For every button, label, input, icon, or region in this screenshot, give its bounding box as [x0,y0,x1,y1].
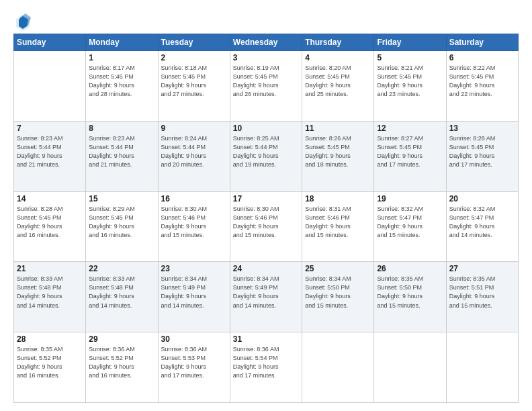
calendar-header-monday: Monday [86,34,158,51]
day-number: 21 [17,264,83,273]
calendar-cell: 25Sunrise: 8:34 AMSunset: 5:50 PMDayligh… [302,262,374,332]
day-info: Sunrise: 8:24 AMSunset: 5:44 PMDaylight:… [161,134,227,169]
day-info: Sunrise: 8:21 AMSunset: 5:45 PMDaylight:… [377,64,443,99]
day-info: Sunrise: 8:20 AMSunset: 5:45 PMDaylight:… [305,64,371,99]
calendar-cell: 5Sunrise: 8:21 AMSunset: 5:45 PMDaylight… [374,51,446,122]
day-info: Sunrise: 8:19 AMSunset: 5:45 PMDaylight:… [233,64,299,99]
calendar-table: SundayMondayTuesdayWednesdayThursdayFrid… [13,34,519,403]
calendar-cell: 16Sunrise: 8:30 AMSunset: 5:46 PMDayligh… [158,191,230,262]
day-info: Sunrise: 8:23 AMSunset: 5:44 PMDaylight:… [17,134,83,169]
calendar-cell [302,332,374,403]
calendar-cell: 24Sunrise: 8:34 AMSunset: 5:49 PMDayligh… [230,262,302,332]
day-info: Sunrise: 8:34 AMSunset: 5:49 PMDaylight:… [161,275,227,310]
calendar-cell: 3Sunrise: 8:19 AMSunset: 5:45 PMDaylight… [230,51,302,122]
day-number: 28 [17,334,83,344]
day-info: Sunrise: 8:23 AMSunset: 5:44 PMDaylight:… [89,134,154,169]
calendar-cell: 26Sunrise: 8:35 AMSunset: 5:50 PMDayligh… [374,262,446,332]
calendar-cell: 19Sunrise: 8:32 AMSunset: 5:47 PMDayligh… [374,191,446,262]
day-number: 5 [377,53,443,62]
day-number: 29 [89,334,154,344]
calendar-week-row: 14Sunrise: 8:28 AMSunset: 5:45 PMDayligh… [14,191,519,262]
day-number: 14 [17,194,83,203]
page: SundayMondayTuesdayWednesdayThursdayFrid… [0,0,532,411]
day-info: Sunrise: 8:33 AMSunset: 5:48 PMDaylight:… [89,275,154,310]
day-info: Sunrise: 8:25 AMSunset: 5:44 PMDaylight:… [233,134,299,169]
header [13,12,519,31]
day-number: 26 [377,264,443,273]
calendar-cell: 1Sunrise: 8:17 AMSunset: 5:45 PMDaylight… [86,51,158,122]
day-number: 24 [233,264,299,273]
calendar-cell: 2Sunrise: 8:18 AMSunset: 5:45 PMDaylight… [158,51,230,122]
day-info: Sunrise: 8:34 AMSunset: 5:49 PMDaylight:… [233,275,299,310]
day-info: Sunrise: 8:22 AMSunset: 5:45 PMDaylight:… [449,64,515,99]
calendar-cell: 7Sunrise: 8:23 AMSunset: 5:44 PMDaylight… [14,121,86,191]
day-number: 18 [305,194,371,203]
day-info: Sunrise: 8:30 AMSunset: 5:46 PMDaylight:… [161,205,227,240]
day-info: Sunrise: 8:28 AMSunset: 5:45 PMDaylight:… [17,205,83,240]
day-info: Sunrise: 8:17 AMSunset: 5:45 PMDaylight:… [89,64,154,99]
calendar-header-sunday: Sunday [14,34,86,51]
calendar-cell: 22Sunrise: 8:33 AMSunset: 5:48 PMDayligh… [86,262,158,332]
day-number: 16 [161,194,227,203]
day-info: Sunrise: 8:35 AMSunset: 5:52 PMDaylight:… [17,345,83,380]
day-number: 4 [305,53,371,62]
calendar-cell [446,332,518,403]
day-info: Sunrise: 8:36 AMSunset: 5:53 PMDaylight:… [161,345,227,380]
calendar-cell: 31Sunrise: 8:36 AMSunset: 5:54 PMDayligh… [230,332,302,403]
calendar-cell: 17Sunrise: 8:30 AMSunset: 5:46 PMDayligh… [230,191,302,262]
calendar-week-row: 7Sunrise: 8:23 AMSunset: 5:44 PMDaylight… [14,121,519,191]
calendar-cell [374,332,446,403]
calendar-cell: 9Sunrise: 8:24 AMSunset: 5:44 PMDaylight… [158,121,230,191]
calendar-cell: 4Sunrise: 8:20 AMSunset: 5:45 PMDaylight… [302,51,374,122]
day-info: Sunrise: 8:33 AMSunset: 5:48 PMDaylight:… [17,275,83,310]
calendar-week-row: 1Sunrise: 8:17 AMSunset: 5:45 PMDaylight… [14,51,519,122]
day-info: Sunrise: 8:36 AMSunset: 5:52 PMDaylight:… [89,345,154,380]
calendar-header-tuesday: Tuesday [158,34,230,51]
day-info: Sunrise: 8:35 AMSunset: 5:50 PMDaylight:… [377,275,443,310]
calendar-cell: 13Sunrise: 8:28 AMSunset: 5:45 PMDayligh… [446,121,518,191]
day-number: 8 [89,124,154,133]
day-number: 7 [17,124,83,133]
day-number: 6 [449,53,515,62]
day-number: 19 [377,194,443,203]
calendar-cell [14,51,86,122]
day-number: 2 [161,53,227,62]
day-info: Sunrise: 8:34 AMSunset: 5:50 PMDaylight:… [305,275,371,310]
calendar-cell: 23Sunrise: 8:34 AMSunset: 5:49 PMDayligh… [158,262,230,332]
calendar-cell: 10Sunrise: 8:25 AMSunset: 5:44 PMDayligh… [230,121,302,191]
calendar-cell: 8Sunrise: 8:23 AMSunset: 5:44 PMDaylight… [86,121,158,191]
calendar-header-thursday: Thursday [302,34,374,51]
day-number: 10 [233,124,299,133]
logo-icon [13,12,32,31]
calendar-week-row: 21Sunrise: 8:33 AMSunset: 5:48 PMDayligh… [14,262,519,332]
day-number: 17 [233,194,299,203]
day-number: 20 [449,194,515,203]
calendar-cell: 20Sunrise: 8:32 AMSunset: 5:47 PMDayligh… [446,191,518,262]
calendar-cell: 18Sunrise: 8:31 AMSunset: 5:46 PMDayligh… [302,191,374,262]
day-number: 15 [89,194,154,203]
day-number: 23 [161,264,227,273]
day-number: 22 [89,264,154,273]
calendar-header-friday: Friday [374,34,446,51]
day-number: 12 [377,124,443,133]
day-info: Sunrise: 8:27 AMSunset: 5:45 PMDaylight:… [377,134,443,169]
day-info: Sunrise: 8:32 AMSunset: 5:47 PMDaylight:… [377,205,443,240]
calendar-header-row: SundayMondayTuesdayWednesdayThursdayFrid… [14,34,519,51]
day-number: 30 [161,334,227,344]
day-number: 27 [449,264,515,273]
day-info: Sunrise: 8:26 AMSunset: 5:45 PMDaylight:… [305,134,371,169]
calendar-week-row: 28Sunrise: 8:35 AMSunset: 5:52 PMDayligh… [14,332,519,403]
calendar-cell: 12Sunrise: 8:27 AMSunset: 5:45 PMDayligh… [374,121,446,191]
logo [13,12,35,31]
day-number: 13 [449,124,515,133]
calendar-header-saturday: Saturday [446,34,518,51]
day-info: Sunrise: 8:29 AMSunset: 5:45 PMDaylight:… [89,205,154,240]
calendar-cell: 11Sunrise: 8:26 AMSunset: 5:45 PMDayligh… [302,121,374,191]
day-number: 9 [161,124,227,133]
calendar-cell: 14Sunrise: 8:28 AMSunset: 5:45 PMDayligh… [14,191,86,262]
day-info: Sunrise: 8:35 AMSunset: 5:51 PMDaylight:… [449,275,515,310]
day-info: Sunrise: 8:28 AMSunset: 5:45 PMDaylight:… [449,134,515,169]
day-number: 1 [89,53,154,62]
day-number: 25 [305,264,371,273]
day-info: Sunrise: 8:32 AMSunset: 5:47 PMDaylight:… [449,205,515,240]
